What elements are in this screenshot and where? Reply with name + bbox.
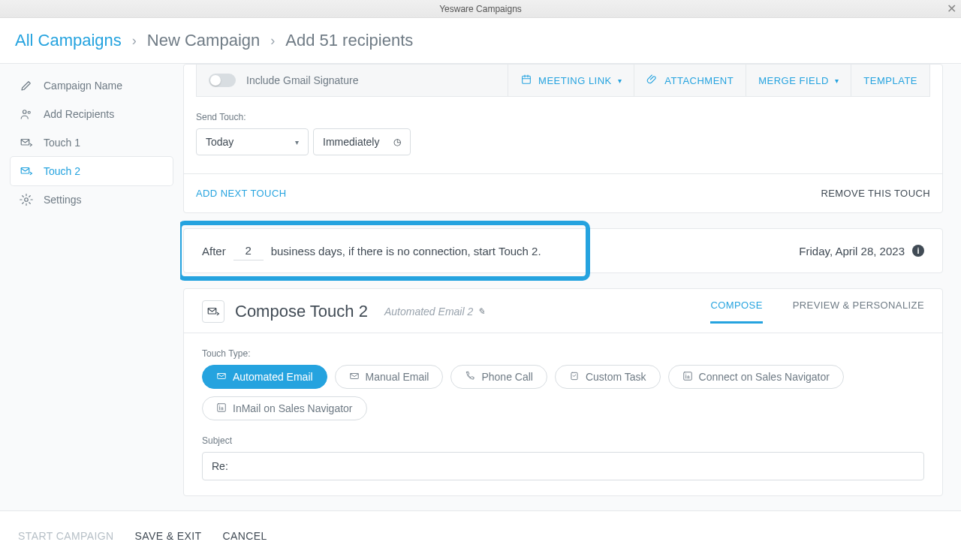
compose-touch-2-card: Compose Touch 2 Automated Email 2 ✎ COMP…	[183, 288, 943, 496]
window-titlebar: Yesware Campaigns ✕	[0, 0, 961, 18]
meeting-link-button[interactable]: MEETING LINK ▾	[508, 64, 634, 97]
attachment-icon	[646, 74, 658, 88]
subject-label: Subject	[202, 435, 924, 446]
editor-toolbar: Include Gmail Signature MEETING LINK ▾ A…	[196, 64, 930, 97]
breadcrumb-root[interactable]: All Campaigns	[15, 31, 122, 50]
svg-point-0	[23, 110, 27, 114]
start-campaign-button: START CAMPAIGN	[15, 524, 116, 548]
tab-preview[interactable]: PREVIEW & PERSONALIZE	[793, 300, 924, 324]
touch-1-card: Include Gmail Signature MEETING LINK ▾ A…	[183, 64, 943, 213]
pill-automated-email[interactable]: Automated Email	[202, 365, 327, 389]
info-icon[interactable]: i	[912, 245, 924, 257]
mail-icon	[216, 371, 227, 384]
delay-days-input[interactable]: 2	[233, 241, 264, 260]
svg-rect-5	[523, 76, 531, 83]
touch-type-label: Touch Type:	[202, 348, 924, 359]
sidebar-item-label: Campaign Name	[44, 80, 122, 92]
mail-icon	[349, 371, 360, 384]
add-next-touch-button[interactable]: ADD NEXT TOUCH	[196, 188, 286, 199]
mail-send-icon	[202, 300, 224, 323]
pencil-icon[interactable]: ✎	[477, 306, 485, 317]
mail-send-icon	[20, 164, 33, 178]
gear-icon	[20, 193, 33, 206]
delay-before-text: After	[202, 245, 226, 257]
chevron-down-icon: ▾	[835, 77, 839, 85]
pencil-icon	[20, 79, 33, 92]
svg-point-4	[25, 198, 29, 202]
mail-send-icon	[20, 136, 33, 149]
sidebar-item-settings[interactable]: Settings	[11, 185, 173, 214]
breadcrumb: All Campaigns › New Campaign › Add 51 re…	[0, 18, 961, 63]
sidebar: Campaign Name Add Recipients Touch 1 Tou…	[0, 64, 180, 510]
svg-rect-7	[218, 373, 226, 378]
save-exit-button[interactable]: SAVE & EXIT	[131, 524, 204, 548]
cancel-button[interactable]: CANCEL	[219, 524, 270, 548]
footer-bar: START CAMPAIGN SAVE & EXIT CANCEL	[0, 510, 961, 560]
calendar-icon	[520, 74, 532, 88]
send-touch-label: Send Touch:	[196, 112, 930, 122]
send-time-select[interactable]: Immediately ◷	[313, 128, 411, 155]
phone-icon	[465, 371, 475, 384]
delay-date: Friday, April 28, 2023	[799, 245, 905, 257]
delay-panel-wrapper: After 2 business days, if there is no co…	[183, 228, 943, 273]
chevron-down-icon: ▾	[618, 77, 622, 85]
chevron-right-icon: ›	[270, 33, 275, 49]
linkedin-icon	[216, 402, 227, 415]
svg-rect-2	[21, 140, 29, 146]
pill-inmail-navigator[interactable]: InMail on Sales Navigator	[202, 396, 367, 420]
delay-panel: After 2 business days, if there is no co…	[183, 228, 943, 273]
svg-point-1	[28, 111, 30, 113]
remove-this-touch-button[interactable]: REMOVE THIS TOUCH	[821, 188, 931, 199]
template-button[interactable]: TEMPLATE	[851, 64, 929, 97]
clock-icon: ◷	[393, 137, 401, 147]
window-close-icon[interactable]: ✕	[947, 0, 956, 18]
merge-field-button[interactable]: MERGE FIELD ▾	[746, 64, 851, 97]
task-icon	[569, 371, 580, 384]
chevron-down-icon: ▾	[295, 138, 299, 146]
breadcrumb-leaf: Add 51 recipients	[285, 31, 413, 50]
pill-phone-call[interactable]: Phone Call	[450, 365, 547, 389]
window-title: Yesware Campaigns	[439, 4, 522, 14]
sidebar-item-label: Touch 2	[44, 165, 80, 177]
delay-after-text: business days, if there is no connection…	[271, 245, 541, 257]
touch-card-footer: ADD NEXT TOUCH REMOVE THIS TOUCH	[184, 173, 942, 212]
linkedin-icon	[682, 371, 693, 384]
compose-title: Compose Touch 2	[235, 302, 368, 321]
pill-manual-email[interactable]: Manual Email	[335, 365, 444, 389]
sidebar-item-campaign-name[interactable]: Campaign Name	[11, 71, 173, 100]
sidebar-item-label: Add Recipients	[44, 108, 114, 120]
chevron-right-icon: ›	[132, 33, 137, 49]
gmail-signature-label: Include Gmail Signature	[246, 74, 358, 86]
svg-rect-8	[350, 373, 358, 378]
sidebar-item-touch-2[interactable]: Touch 2	[11, 157, 173, 185]
svg-rect-3	[21, 168, 29, 174]
send-touch-block: Send Touch: Today ▾ Immediately ◷	[196, 112, 930, 173]
compose-subtitle: Automated Email 2	[384, 306, 473, 318]
pill-custom-task[interactable]: Custom Task	[555, 365, 661, 389]
sidebar-item-touch-1[interactable]: Touch 1	[11, 128, 173, 157]
tab-compose[interactable]: COMPOSE	[710, 300, 762, 324]
pill-connect-navigator[interactable]: Connect on Sales Navigator	[668, 365, 844, 389]
sidebar-item-add-recipients[interactable]: Add Recipients	[11, 100, 173, 128]
people-icon	[20, 107, 33, 121]
breadcrumb-mid: New Campaign	[147, 31, 260, 50]
main-content: Include Gmail Signature MEETING LINK ▾ A…	[180, 64, 961, 510]
touch-type-pills: Automated Email Manual Email Phone Call …	[202, 365, 924, 420]
attachment-button[interactable]: ATTACHMENT	[634, 64, 746, 97]
subject-input[interactable]: Re:	[202, 452, 924, 480]
sidebar-item-label: Settings	[44, 194, 82, 206]
svg-rect-6	[208, 309, 216, 315]
send-day-select[interactable]: Today ▾	[196, 128, 309, 155]
sidebar-item-label: Touch 1	[44, 137, 80, 149]
gmail-signature-toggle[interactable]	[209, 74, 236, 87]
